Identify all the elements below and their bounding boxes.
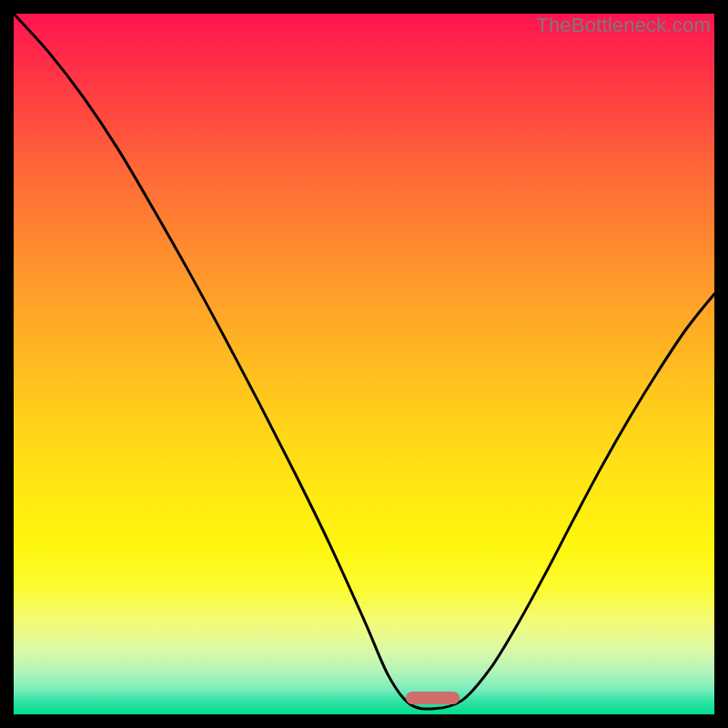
chart-container: TheBottleneck.com xyxy=(0,0,728,728)
plot-area: TheBottleneck.com xyxy=(14,14,714,714)
optimal-marker xyxy=(406,692,460,704)
curve-svg xyxy=(14,14,714,714)
bottleneck-curve xyxy=(14,14,714,709)
